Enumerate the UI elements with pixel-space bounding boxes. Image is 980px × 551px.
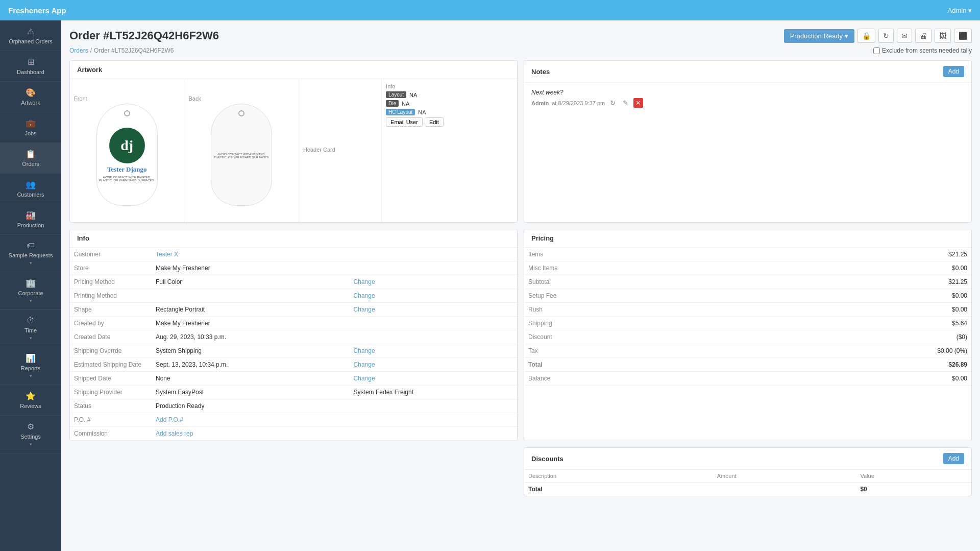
- pricing-value: $5.64: [746, 317, 971, 330]
- info-table-row: Shipping OverrdeSystem Shipping Change: [70, 344, 517, 358]
- info-field-label: Shipping Overrde: [70, 344, 152, 358]
- disc-col-header: Amount: [713, 470, 856, 483]
- square-icon-button[interactable]: ⬛: [954, 29, 972, 43]
- page-header: Order #LT52J26Q42H6F2W6 Production Ready…: [69, 29, 972, 43]
- freshener-hole-back: [238, 110, 244, 116]
- notes-add-button[interactable]: Add: [943, 66, 964, 77]
- info-table-row: Created DateAug. 29, 2023, 10:33 p.m.: [70, 330, 517, 344]
- sidebar-item-settings[interactable]: ⚙ Settings ▾: [0, 416, 61, 453]
- discounts-card: Discounts Add DescriptionAmountValueTota…: [524, 447, 972, 496]
- discounts-card-body: DescriptionAmountValueTotal$0: [524, 470, 971, 496]
- sidebar-item-orphaned-orders[interactable]: ⚠ Orphaned Orders: [0, 20, 61, 51]
- info-field-label: Status: [70, 399, 152, 413]
- topbar: Fresheners App Admin ▾: [0, 0, 980, 20]
- lock-icon-button[interactable]: 🔒: [857, 29, 875, 43]
- sidebar-item-jobs[interactable]: 💼 Jobs: [0, 112, 61, 143]
- info-field-label: P.O. #: [70, 413, 152, 427]
- note-item: Next week? Admin at 8/29/2023 9:37 pm ↻ …: [531, 89, 964, 108]
- disc-total-row: Total$0: [524, 483, 971, 496]
- info-field-label: Shape: [70, 303, 152, 317]
- info-table-row: Created byMake My Freshener: [70, 317, 517, 330]
- sidebar-item-production[interactable]: 🏭 Production: [0, 204, 61, 235]
- admin-menu[interactable]: Admin ▾: [948, 7, 972, 14]
- sidebar-item-time[interactable]: ⏱ Time ▾: [0, 310, 61, 347]
- breadcrumb-current: Order #LT52J26Q42H6F2W6: [94, 47, 174, 54]
- note-delete-button[interactable]: ✕: [633, 98, 643, 108]
- corporate-icon: 🏢: [26, 278, 36, 288]
- sidebar-item-corporate[interactable]: 🏢 Corporate ▾: [0, 272, 61, 310]
- sidebar-label-reviews: Reviews: [20, 403, 41, 409]
- pricing-card-body: Items $21.25Misc Items $0.00Subtotal $21…: [524, 248, 971, 386]
- info-field-label: Created Date: [70, 330, 152, 344]
- sidebar-item-sample-requests[interactable]: 🏷 Sample Requests ▾: [0, 235, 61, 272]
- sidebar-item-reports[interactable]: 📊 Reports ▾: [0, 347, 61, 385]
- info-change-link[interactable]: Change: [354, 375, 375, 382]
- freshener-back-image: AVOID CONTACT WITH PAINTED, PLASTIC, OR …: [211, 104, 272, 206]
- sidebar-item-orders[interactable]: 📋 Orders: [0, 143, 61, 174]
- jobs-icon: 💼: [26, 118, 36, 128]
- status-button[interactable]: Production Ready ▾: [784, 29, 854, 43]
- sidebar-label-settings: Settings: [20, 434, 41, 440]
- info-change-link[interactable]: Change: [354, 292, 375, 299]
- info-field-label: Estimated Shipping Date: [70, 358, 152, 372]
- pricing-table-row: Tax $0.00 (0%): [524, 344, 971, 358]
- note-text: Next week?: [531, 89, 964, 96]
- info-change-link[interactable]: Change: [354, 306, 375, 313]
- info-link-p.o.-#[interactable]: Add P.O.#: [156, 416, 183, 423]
- artwork-action-row: Email User Edit: [386, 117, 513, 127]
- info-table-row: P.O. #Add P.O.#: [70, 413, 517, 427]
- notes-card: Notes Add Next week? Admin at 8/29/2023 …: [524, 60, 972, 223]
- pricing-value: $21.25: [746, 275, 971, 289]
- note-refresh-button[interactable]: ↻: [608, 98, 618, 108]
- pricing-table-row: Items $21.25: [524, 248, 971, 261]
- refresh-icon-button[interactable]: ↻: [878, 29, 894, 43]
- info-table-row: Printing Method Change: [70, 289, 517, 303]
- reviews-icon: ⭐: [26, 391, 36, 401]
- pricing-value: $26.89: [746, 358, 971, 372]
- email-icon-button[interactable]: ✉: [897, 29, 912, 43]
- exclude-checkbox[interactable]: [873, 47, 880, 54]
- info-table-row: StatusProduction Ready: [70, 399, 517, 413]
- sidebar-item-artwork[interactable]: 🎨 Artwork: [0, 82, 61, 112]
- disc-total-value: $0: [856, 483, 971, 496]
- sidebar-item-dashboard[interactable]: ⊞ Dashboard: [0, 51, 61, 82]
- breadcrumb-orders-link[interactable]: Orders: [69, 47, 88, 54]
- sidebar-item-reviews[interactable]: ⭐ Reviews: [0, 385, 61, 416]
- sidebar-label-time: Time: [24, 327, 37, 333]
- info-link-customer[interactable]: Tester X: [156, 251, 178, 258]
- info-change-link[interactable]: Change: [354, 361, 375, 368]
- pricing-table-row: Subtotal $21.25: [524, 275, 971, 289]
- pricing-label: Rush: [524, 303, 746, 317]
- info-field-label: Shipping Provider: [70, 386, 152, 399]
- info-card-header: Info: [70, 229, 517, 248]
- note-edit-button[interactable]: ✎: [621, 98, 630, 108]
- sidebar-label-artwork: Artwork: [21, 100, 40, 106]
- pricing-label: Items: [524, 248, 746, 261]
- info-field-label: Printing Method: [70, 289, 152, 303]
- dashboard-icon: ⊞: [28, 57, 34, 67]
- sample-requests-icon: 🏷: [27, 241, 35, 250]
- discounts-add-button[interactable]: Add: [943, 453, 964, 464]
- info-title: Info: [77, 234, 89, 242]
- pricing-table: Items $21.25Misc Items $0.00Subtotal $21…: [524, 248, 971, 386]
- info-value2: System Fedex Freight: [350, 386, 517, 399]
- time-icon: ⏱: [27, 316, 35, 325]
- email-user-button[interactable]: Email User: [386, 117, 423, 127]
- info-change-link[interactable]: Change: [354, 278, 375, 285]
- info-table-row: Shipped DateNone Change: [70, 372, 517, 386]
- print-icon-button[interactable]: 🖨: [915, 29, 932, 43]
- pricing-table-row: Rush $0.00: [524, 303, 971, 317]
- info-value: Full Color: [156, 278, 182, 285]
- freshener-front-image: dj Tester Django AVOID CONTACT WITH PAIN…: [96, 104, 158, 206]
- info-change-link[interactable]: Change: [354, 347, 375, 354]
- info-link-commission[interactable]: Add sales rep: [156, 430, 193, 437]
- header-card-label: Header Card: [303, 147, 335, 153]
- image-icon-button[interactable]: 🖼: [935, 29, 951, 43]
- edit-button[interactable]: Edit: [425, 117, 444, 127]
- customers-icon: 👥: [26, 180, 36, 189]
- info-panel-label: Info: [386, 83, 513, 89]
- info-value: Make My Freshener: [152, 317, 350, 330]
- breadcrumb: Orders / Order #LT52J26Q42H6F2W6 Exclude…: [69, 47, 972, 54]
- sidebar-item-customers[interactable]: 👥 Customers: [0, 174, 61, 204]
- pricing-title: Pricing: [531, 234, 554, 242]
